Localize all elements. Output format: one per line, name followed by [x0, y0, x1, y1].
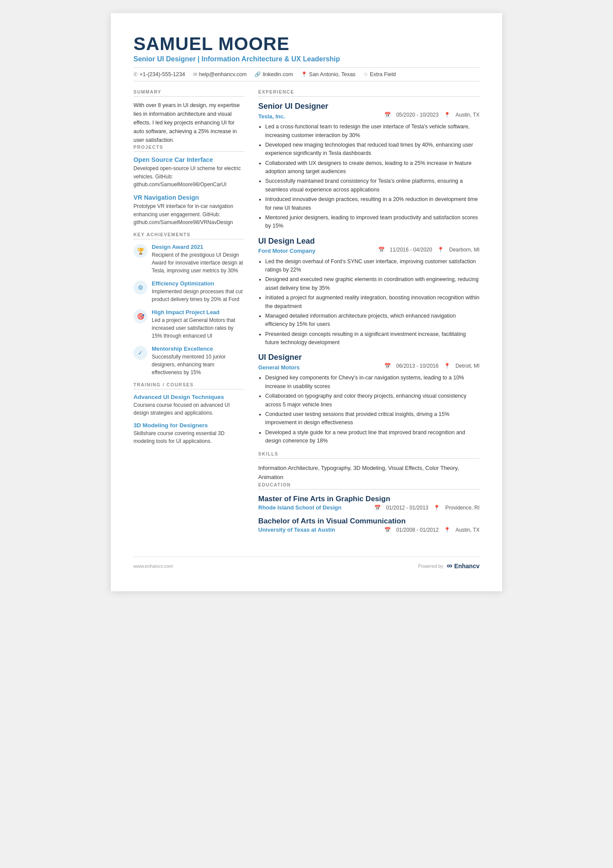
- job-company-2: Ford Motor Company: [258, 248, 315, 254]
- achievement-desc-1: Recipient of the prestigious UI Design A…: [152, 251, 244, 275]
- trophy-icon: 🏆: [133, 244, 147, 258]
- skills-text: Information Architecture, Typography, 3D…: [258, 464, 480, 482]
- achievements-section: KEY ACHIEVEMENTS 🏆 Design Award 2021 Rec…: [133, 232, 244, 376]
- achievement-desc-4: Successfully mentored 10 junior designer…: [152, 353, 244, 376]
- bullet: Conducted user testing sessions that pro…: [265, 410, 480, 427]
- right-column: EXPERIENCE Senior UI Designer Tesla, Inc…: [258, 89, 480, 539]
- contact-phone: ✆ +1-(234)-555-1234: [133, 71, 185, 77]
- project-item-1: Open Source Car Interface Developed open…: [133, 156, 244, 189]
- edu-degree-2: Bachelor of Arts in Visual Communication: [258, 517, 480, 526]
- job-title-3: UI Designer: [258, 353, 480, 362]
- edu-location-1: Providence, RI: [445, 505, 480, 511]
- training-desc-1: Coursera course focused on advanced UI d…: [133, 401, 244, 417]
- phone-icon: ✆: [133, 71, 138, 77]
- header: SAMUEL MOORE Senior UI Designer | Inform…: [133, 34, 480, 81]
- experience-section: EXPERIENCE Senior UI Designer Tesla, Inc…: [258, 89, 480, 445]
- bullet: Developed a style guide for a new produc…: [265, 429, 480, 446]
- achievement-title-4: Mentorship Excellence: [152, 345, 244, 352]
- enhancv-brand: Enhancv: [454, 563, 480, 570]
- summary-label: SUMMARY: [133, 89, 244, 97]
- job-bullets-3: Designed key components for Chevy's in-c…: [265, 374, 480, 445]
- job-dates-2: 11/2016 - 04/2020: [390, 247, 432, 253]
- bullet: Designed and executed new graphic elemen…: [265, 275, 480, 292]
- edu-school-1: Rhode Island School of Design: [258, 504, 341, 511]
- summary-text: With over 8 years in UI design, my exper…: [133, 101, 244, 144]
- training-label: TRAINING / COURSES: [133, 382, 244, 389]
- candidate-name: SAMUEL MOORE: [133, 34, 480, 54]
- achievement-title-3: High Impact Project Lead: [152, 309, 244, 315]
- resume-page: SAMUEL MOORE Senior UI Designer | Inform…: [111, 13, 502, 591]
- training-item-2: 3D Modeling for Designers Skillshare cou…: [133, 422, 244, 445]
- summary-section: SUMMARY With over 8 years in UI design, …: [133, 89, 244, 144]
- achievement-item-4: ✓ Mentorship Excellence Successfully men…: [133, 345, 244, 376]
- bullet: Managed detailed information architectur…: [265, 312, 480, 329]
- edu-dates-1: 01/2012 - 01/2013: [386, 505, 428, 511]
- check-icon: ✓: [133, 346, 147, 360]
- bullet: Initiated a project for augmented realit…: [265, 294, 480, 311]
- contact-email: ✉ help@enhancv.com: [193, 71, 247, 77]
- project-desc-1: Developed open-source UI scheme for elec…: [133, 164, 244, 189]
- footer-branding: Powered by ∞ Enhancv: [418, 561, 480, 570]
- training-section: TRAINING / COURSES Advanced UI Design Te…: [133, 382, 244, 445]
- achievement-title-2: Efficiency Optimization: [152, 280, 244, 287]
- project-item-2: VR Navigation Design Prototype VR interf…: [133, 194, 244, 227]
- job-company-3: General Motors: [258, 364, 300, 371]
- location-icon: 📍: [301, 71, 307, 77]
- bullet: Mentored junior designers, leading to im…: [265, 214, 480, 231]
- achievement-item-1: 🏆 Design Award 2021 Recipient of the pre…: [133, 244, 244, 275]
- job-location-icon-3: 📍: [444, 363, 450, 369]
- project-title-2: VR Navigation Design: [133, 194, 244, 201]
- project-title-1: Open Source Car Interface: [133, 156, 244, 163]
- bullet: Presented design concepts resulting in a…: [265, 330, 480, 347]
- achievements-label: KEY ACHIEVEMENTS: [133, 232, 244, 239]
- contact-extra: ☆ Extra Field: [363, 71, 396, 77]
- achievement-item-2: ⚙ Efficiency Optimization Implemented de…: [133, 280, 244, 303]
- left-column: SUMMARY With over 8 years in UI design, …: [133, 89, 244, 539]
- job-bullets-2: Led the design overhaul of Ford's SYNC u…: [265, 258, 480, 347]
- job-bullets-1: Led a cross-functional team to redesign …: [265, 123, 480, 231]
- education-section: EDUCATION Master of Fine Arts in Graphic…: [258, 482, 480, 533]
- skills-label: SKILLS: [258, 451, 480, 459]
- bullet: Designed key components for Chevy's in-c…: [265, 374, 480, 391]
- training-item-1: Advanced UI Design Techniques Coursera c…: [133, 394, 244, 417]
- skills-section: SKILLS Information Architecture, Typogra…: [258, 451, 480, 482]
- achievement-desc-2: Implemented design processes that cut pr…: [152, 288, 244, 303]
- job-location-2: Dearborn, MI: [449, 247, 480, 253]
- job-dates-icon-2: 📅: [378, 247, 385, 253]
- bullet: Developed new imaging technologies that …: [265, 141, 480, 158]
- job-location-1: Austin, TX: [456, 112, 480, 118]
- contact-bar: ✆ +1-(234)-555-1234 ✉ help@enhancv.com 🔗…: [133, 67, 480, 81]
- job-company-1: Tesla, Inc.: [258, 113, 285, 120]
- achievement-desc-3: Led a project at General Motors that inc…: [152, 316, 244, 340]
- training-title-2: 3D Modeling for Designers: [133, 422, 244, 429]
- page-footer: www.enhancv.com Powered by ∞ Enhancv: [133, 556, 480, 570]
- training-desc-2: Skillshare course covering essential 3D …: [133, 429, 244, 445]
- job-dates-icon-1: 📅: [384, 112, 391, 118]
- star-icon: ☆: [363, 71, 368, 77]
- target-icon: 🎯: [133, 309, 147, 323]
- project-desc-2: Prototype VR interface for in-car naviga…: [133, 202, 244, 227]
- experience-label: EXPERIENCE: [258, 89, 480, 97]
- edu-item-1: Master of Fine Arts in Graphic Design Rh…: [258, 495, 480, 511]
- edu-degree-1: Master of Fine Arts in Graphic Design: [258, 495, 480, 503]
- edu-location-icon-2: 📍: [444, 527, 450, 533]
- contact-location: 📍 San Antonio, Texas: [301, 71, 356, 77]
- achievement-title-1: Design Award 2021: [152, 244, 244, 250]
- job-dates-1: 05/2020 - 10/2023: [396, 112, 438, 118]
- job-title-2: UI Design Lead: [258, 237, 480, 246]
- bullet: Collaborated with UX designers to create…: [265, 159, 480, 176]
- achievement-item-3: 🎯 High Impact Project Lead Led a project…: [133, 309, 244, 340]
- job-location-icon-2: 📍: [437, 247, 444, 253]
- job-dates-icon-3: 📅: [384, 363, 391, 369]
- job-1: Senior UI Designer Tesla, Inc. 📅 05/2020…: [258, 102, 480, 231]
- projects-label: PROJECTS: [133, 144, 244, 152]
- training-title-1: Advanced UI Design Techniques: [133, 394, 244, 400]
- enhancv-logo-icon: ∞: [447, 561, 453, 570]
- job-2: UI Design Lead Ford Motor Company 📅 11/2…: [258, 237, 480, 347]
- edu-dates-2: 01/2008 - 01/2012: [396, 527, 438, 533]
- bullet: Led a cross-functional team to redesign …: [265, 123, 480, 140]
- edu-location-2: Austin, TX: [456, 527, 480, 533]
- efficiency-icon: ⚙: [133, 281, 147, 295]
- candidate-title: Senior UI Designer | Information Archite…: [133, 55, 480, 63]
- bullet: Successfully maintained brand consistenc…: [265, 177, 480, 194]
